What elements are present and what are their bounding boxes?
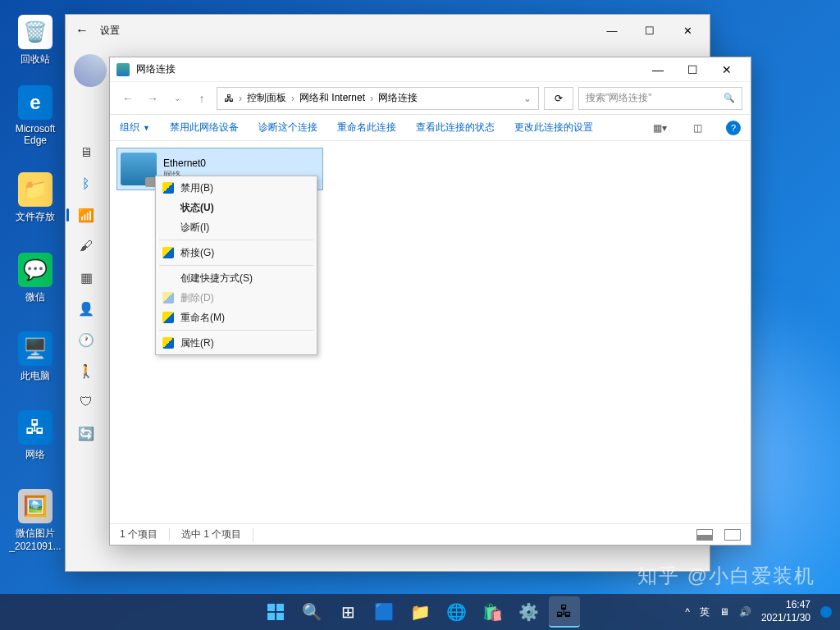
taskview-button[interactable]: ⊞ xyxy=(332,596,363,628)
context-menu: 禁用(B) 状态(U) 诊断(I) 桥接(G) 创建快捷方式(S) 删除(D) … xyxy=(155,176,317,355)
edge-button[interactable]: 🌐 xyxy=(441,596,472,628)
cmd-rename[interactable]: 重命名此连接 xyxy=(337,121,396,135)
maximize-button[interactable]: ☐ xyxy=(675,58,710,81)
close-button[interactable]: ✕ xyxy=(710,58,744,81)
desktop-icon-recycle[interactable]: 🗑️回收站 xyxy=(7,15,64,66)
help-button[interactable]: ? xyxy=(726,121,741,135)
command-bar: 组织 ▼ 禁用此网络设备 诊断这个连接 重命名此连接 查看此连接的状态 更改此连… xyxy=(110,115,751,141)
volume-tray-icon[interactable]: 🔊 xyxy=(739,606,751,618)
refresh-button[interactable]: ⟳ xyxy=(544,87,573,110)
explorer-button[interactable]: 📁 xyxy=(404,596,436,628)
nav-recent-icon[interactable]: ⌄ xyxy=(167,94,187,103)
search-button[interactable]: 🔍 xyxy=(296,596,327,628)
ctx-properties[interactable]: 属性(R) xyxy=(158,333,315,353)
shield-icon xyxy=(162,337,174,349)
cmd-diagnose[interactable]: 诊断这个连接 xyxy=(258,121,317,135)
ctx-delete: 删除(D) xyxy=(158,288,315,308)
store-button[interactable]: 🛍️ xyxy=(477,596,508,628)
separator xyxy=(159,240,313,240)
sidebar-accounts-icon[interactable]: 👤 xyxy=(78,300,94,317)
desktop-icon-edge[interactable]: eMicrosoft Edge xyxy=(7,85,64,146)
svg-rect-0 xyxy=(267,604,275,611)
adapter-icon xyxy=(121,153,157,185)
separator xyxy=(159,265,313,266)
clock[interactable]: 16:47 2021/11/30 xyxy=(761,599,810,624)
taskbar: 🔍 ⊞ 🟦 📁 🌐 🛍️ ⚙️ 🖧 ^ 英 🖥 🔊 16:47 2021/11/… xyxy=(0,594,840,630)
tray-expand-icon[interactable]: ^ xyxy=(685,606,690,618)
shield-icon xyxy=(162,182,174,194)
settings-sidebar: 🖥 ᛒ 📶 🖌 ▦ 👤 🕐 🚶 🛡 🔄 xyxy=(66,95,107,441)
shield-icon xyxy=(162,312,174,323)
settings-taskbar-button[interactable]: ⚙️ xyxy=(513,596,544,628)
avatar[interactable] xyxy=(74,54,107,87)
ctx-shortcut[interactable]: 创建快捷方式(S) xyxy=(158,268,315,288)
settings-title: 设置 xyxy=(100,24,588,38)
desktop-icon-network[interactable]: 🖧网络 xyxy=(7,410,64,462)
network-taskbar-button[interactable]: 🖧 xyxy=(549,596,580,628)
shield-icon xyxy=(162,292,174,304)
sidebar-privacy-icon[interactable]: 🛡 xyxy=(78,394,94,410)
widgets-button[interactable]: 🟦 xyxy=(368,596,399,628)
ctx-disable[interactable]: 禁用(B) xyxy=(158,178,315,198)
address-bar[interactable]: 🖧› 控制面板› 网络和 Internet› 网络连接 ⌄ xyxy=(217,87,539,110)
sidebar-time-icon[interactable]: 🕐 xyxy=(78,331,94,348)
svg-rect-1 xyxy=(276,604,284,611)
sidebar-apps-icon[interactable]: ▦ xyxy=(78,269,94,285)
nav-back-icon[interactable]: ← xyxy=(118,92,138,105)
sidebar-accessibility-icon[interactable]: 🚶 xyxy=(78,363,94,379)
separator xyxy=(159,330,313,331)
cmd-disable[interactable]: 禁用此网络设备 xyxy=(170,121,239,135)
sidebar-personalize-icon[interactable]: 🖌 xyxy=(78,238,94,254)
ctx-rename[interactable]: 重命名(M) xyxy=(158,308,315,327)
status-bar: 1 个项目 选中 1 个项目 xyxy=(110,523,751,545)
adapter-name: Ethernet0 xyxy=(163,158,206,169)
window-icon xyxy=(116,63,130,76)
cmd-status[interactable]: 查看此连接的状态 xyxy=(416,121,495,135)
window-title: 网络连接 xyxy=(136,62,634,76)
nav-up-icon[interactable]: ↑ xyxy=(192,92,212,105)
view-details-icon[interactable] xyxy=(696,529,713,541)
back-icon[interactable]: ← xyxy=(75,23,89,38)
network-tray-icon[interactable]: 🖥 xyxy=(719,606,729,618)
view-large-icon[interactable] xyxy=(724,529,741,541)
selected-count: 选中 1 个项目 xyxy=(181,527,241,541)
address-icon: 🖧 xyxy=(224,93,234,104)
view-icons-button[interactable]: ▦▾ xyxy=(651,121,669,135)
sidebar-system-icon[interactable]: 🖥 xyxy=(78,144,94,161)
sidebar-network-icon[interactable]: 📶 xyxy=(78,207,94,223)
network-connections-window: 网络连接 — ☐ ✕ ← → ⌄ ↑ 🖧› 控制面板› 网络和 Internet… xyxy=(109,57,751,546)
close-button[interactable]: ✕ xyxy=(675,25,700,37)
sidebar-bluetooth-icon[interactable]: ᛒ xyxy=(78,176,94,192)
desktop-icon-image[interactable]: 🖼️微信图片_2021091... xyxy=(7,489,64,552)
ime-indicator[interactable]: 英 xyxy=(700,605,710,619)
cmd-change[interactable]: 更改此连接的设置 xyxy=(514,121,593,135)
notification-icon[interactable] xyxy=(820,606,832,618)
watermark: 知乎 @小白爱装机 xyxy=(637,563,815,589)
nav-forward-icon[interactable]: → xyxy=(143,92,162,105)
view-preview-button[interactable]: ◫ xyxy=(688,121,706,135)
svg-rect-2 xyxy=(267,613,275,620)
breadcrumb-item[interactable]: 网络连接 xyxy=(378,91,418,105)
desktop-icon-pc[interactable]: 🖥️此电脑 xyxy=(7,331,64,383)
minimize-button[interactable]: — xyxy=(600,25,624,37)
breadcrumb-item[interactable]: 网络和 Internet xyxy=(299,91,365,105)
organize-menu[interactable]: 组织 ▼ xyxy=(120,121,150,135)
shield-icon xyxy=(162,247,174,258)
minimize-button[interactable]: — xyxy=(641,58,675,81)
desktop-icon-wechat[interactable]: 💬微信 xyxy=(7,253,64,304)
svg-rect-3 xyxy=(276,613,284,620)
ctx-status[interactable]: 状态(U) xyxy=(158,198,315,217)
start-button[interactable] xyxy=(260,596,291,628)
sidebar-update-icon[interactable]: 🔄 xyxy=(78,425,94,441)
desktop-icon-folder[interactable]: 📁文件存放 xyxy=(7,172,64,224)
breadcrumb-item[interactable]: 控制面板 xyxy=(247,91,286,105)
maximize-button[interactable]: ☐ xyxy=(637,25,662,37)
item-count: 1 个项目 xyxy=(120,527,158,541)
search-input[interactable]: 搜索"网络连接" xyxy=(578,87,742,110)
ctx-diagnose[interactable]: 诊断(I) xyxy=(158,217,315,237)
ctx-bridge[interactable]: 桥接(G) xyxy=(158,243,315,262)
